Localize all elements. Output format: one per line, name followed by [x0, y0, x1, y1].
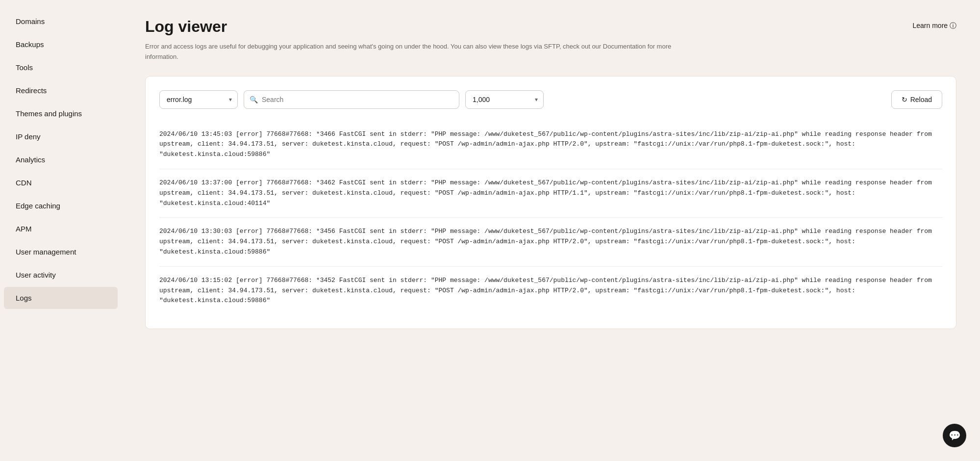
reload-icon: ↻	[902, 96, 907, 103]
sidebar-item-logs[interactable]: Logs	[4, 287, 118, 309]
page-description: Error and access logs are useful for deb…	[145, 42, 684, 62]
sidebar-item-apm[interactable]: APM	[4, 218, 118, 240]
log-file-select-wrapper: error.logaccess.log ▾	[159, 90, 238, 109]
sidebar-item-user-activity[interactable]: User activity	[4, 264, 118, 286]
chat-bubble-button[interactable]: 💬	[943, 424, 966, 447]
sidebar-item-themes-and-plugins[interactable]: Themes and plugins	[4, 102, 118, 125]
sidebar-item-edge-caching[interactable]: Edge caching	[4, 195, 118, 217]
sidebar-item-cdn[interactable]: CDN	[4, 172, 118, 194]
log-entry: 2024/06/10 13:30:03 [error] 77668#77668:…	[159, 218, 942, 266]
sidebar-item-redirects[interactable]: Redirects	[4, 79, 118, 102]
sidebar-item-ip-deny[interactable]: IP deny	[4, 126, 118, 148]
sidebar-item-backups[interactable]: Backups	[4, 33, 118, 55]
sidebar: DomainsBackupsToolsRedirectsThemes and p…	[0, 0, 122, 461]
search-input[interactable]	[244, 90, 459, 109]
toolbar: error.logaccess.log ▾ 🔍 1005001,0005,000…	[159, 90, 942, 109]
learn-more-link[interactable]: Learn more ⓘ	[913, 22, 956, 30]
log-panel: error.logaccess.log ▾ 🔍 1005001,0005,000…	[145, 76, 956, 330]
reload-button[interactable]: ↻ Reload	[891, 90, 942, 109]
reload-label: Reload	[910, 96, 932, 103]
page-header: Log viewer Learn more ⓘ	[145, 18, 956, 36]
log-entry: 2024/06/10 13:15:02 [error] 77668#77668:…	[159, 267, 942, 315]
log-entry: 2024/06/10 13:45:03 [error] 77668#77668:…	[159, 121, 942, 169]
log-file-select[interactable]: error.logaccess.log	[159, 90, 238, 109]
sidebar-item-user-management[interactable]: User management	[4, 241, 118, 263]
search-icon: 🔍	[250, 96, 258, 103]
chat-icon: 💬	[949, 430, 961, 441]
page-title: Log viewer	[145, 18, 227, 36]
log-entry: 2024/06/10 13:37:00 [error] 77668#77668:…	[159, 169, 942, 218]
main-content: Log viewer Learn more ⓘ Error and access…	[122, 0, 980, 461]
lines-select[interactable]: 1005001,0005,000	[465, 90, 544, 109]
sidebar-item-domains[interactable]: Domains	[4, 10, 118, 32]
sidebar-item-tools[interactable]: Tools	[4, 56, 118, 78]
log-entries: 2024/06/10 13:45:03 [error] 77668#77668:…	[159, 121, 942, 315]
lines-select-wrapper: 1005001,0005,000 ▾	[465, 90, 544, 109]
search-wrapper: 🔍	[244, 90, 459, 109]
sidebar-item-analytics[interactable]: Analytics	[4, 149, 118, 171]
